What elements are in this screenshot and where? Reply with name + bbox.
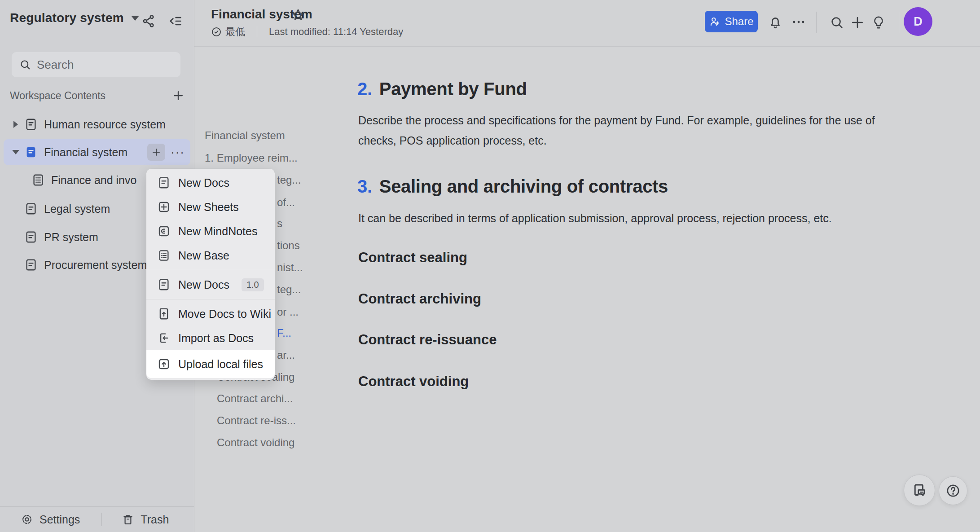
new-docs-legacy-icon xyxy=(157,278,171,291)
sidebar-item-financial-system[interactable]: Financial system ··· xyxy=(4,139,190,165)
search-input[interactable] xyxy=(37,58,167,72)
menu-item-label: New MindNotes xyxy=(178,225,257,238)
person-add-icon xyxy=(709,16,721,27)
menu-item-new-docs-legacy[interactable]: New Docs 1.0 xyxy=(146,273,275,297)
heading-number: 3. xyxy=(357,176,372,197)
add-child-plus-button[interactable] xyxy=(147,144,165,161)
outline-item[interactable]: Financial system xyxy=(205,129,285,142)
more-options-button[interactable]: ··· xyxy=(171,145,185,159)
section-label: Workspace Contents xyxy=(10,90,105,102)
menu-item-upload-local-files[interactable]: Upload local files xyxy=(146,350,275,378)
last-modified: Last modified: 11:14 Yesterday xyxy=(269,26,403,38)
doc-subheading: Contract voiding xyxy=(358,374,469,390)
create-plus-icon[interactable] xyxy=(850,15,865,30)
share-nodes-icon[interactable] xyxy=(141,13,156,29)
menu-separator xyxy=(146,270,275,270)
workspace-title: Regulatory system xyxy=(10,11,124,25)
share-label: Share xyxy=(725,15,753,28)
collapse-sidebar-icon[interactable] xyxy=(168,13,183,29)
outline-item[interactable]: nist... xyxy=(277,261,303,274)
create-context-menu: New Docs New Sheets New MindNotes New Ba… xyxy=(146,169,275,380)
menu-item-new-docs[interactable]: New Docs xyxy=(146,171,275,195)
lightbulb-icon[interactable] xyxy=(871,15,886,30)
notifications-bell-icon[interactable] xyxy=(768,15,783,30)
sidebar-item-label: Finance and invo xyxy=(51,174,136,187)
outline-item[interactable]: tions xyxy=(277,239,300,252)
menu-item-import-as-docs[interactable]: Import as Docs xyxy=(146,326,275,350)
new-sheets-icon xyxy=(157,200,171,214)
settings-label: Settings xyxy=(40,513,80,526)
avatar[interactable]: D xyxy=(904,7,932,36)
chevron-down-icon xyxy=(131,16,139,21)
outline-item[interactable]: or ... xyxy=(277,305,299,319)
doc-paragraph: Describe the process and specifications … xyxy=(358,110,892,151)
new-base-icon xyxy=(157,249,171,262)
menu-item-new-base[interactable]: New Base xyxy=(146,243,275,268)
sidebar-item-label: Financial system xyxy=(44,146,127,159)
doc-icon xyxy=(24,118,38,131)
outline-item[interactable]: teg... xyxy=(277,173,301,187)
menu-item-label: New Docs xyxy=(178,278,229,291)
outline-item[interactable]: 1. Employee reim... xyxy=(205,151,298,165)
chevron-down-icon[interactable] xyxy=(10,150,22,154)
outline-item[interactable]: s xyxy=(277,217,282,230)
sidebar-search[interactable] xyxy=(12,52,180,77)
outline-item[interactable]: Contract voiding xyxy=(217,436,294,449)
trash-icon xyxy=(122,513,134,526)
doc-icon-blue xyxy=(24,145,38,159)
doc-icon xyxy=(24,202,38,215)
more-ellipsis-icon[interactable] xyxy=(791,18,806,33)
question-circle-icon xyxy=(945,483,961,498)
trash-label: Trash xyxy=(141,513,169,526)
security-check-icon xyxy=(211,26,222,37)
divider xyxy=(816,12,817,33)
new-docs-icon xyxy=(157,176,171,189)
divider xyxy=(101,513,102,526)
trash-button[interactable]: Trash xyxy=(122,513,169,526)
outline-item[interactable]: of... xyxy=(277,196,295,209)
security-badge[interactable]: 最低 xyxy=(225,25,245,39)
menu-item-new-sheets[interactable]: New Sheets xyxy=(146,195,275,219)
settings-button[interactable]: Settings xyxy=(21,513,80,526)
comments-feedback-button[interactable] xyxy=(904,475,935,506)
sidebar-item-label: Procurement system xyxy=(44,259,147,272)
doc-subheading: Contract archiving xyxy=(358,291,481,307)
doc-heading-3: 3. Sealing and archiving of contracts xyxy=(357,176,668,197)
gear-icon xyxy=(21,513,33,526)
menu-item-label: Upload local files xyxy=(178,358,263,371)
outline-item-active[interactable]: F... xyxy=(277,326,291,340)
doc-subheading: Contract sealing xyxy=(358,250,467,266)
sidebar-item-label: Legal system xyxy=(44,202,110,215)
add-item-plus-icon[interactable] xyxy=(171,89,185,102)
star-icon[interactable] xyxy=(291,8,305,22)
search-icon[interactable] xyxy=(829,15,844,30)
help-button[interactable] xyxy=(939,476,967,505)
share-button[interactable]: Share xyxy=(705,11,758,32)
heading-text: Sealing and archiving of contracts xyxy=(379,176,668,197)
heading-text: Payment by Fund xyxy=(379,79,527,99)
doc-meta: 最低 Last modified: 11:14 Yesterday xyxy=(211,25,403,39)
menu-item-label: Move Docs to Wiki xyxy=(178,308,271,321)
heading-number: 2. xyxy=(357,79,372,99)
menu-item-label: Import as Docs xyxy=(178,332,254,345)
outline-item[interactable]: ar... xyxy=(277,348,295,362)
outline-item[interactable]: Contract archi... xyxy=(217,392,293,405)
menu-item-move-docs-to-wiki[interactable]: Move Docs to Wiki xyxy=(146,302,275,326)
menu-item-new-mindnotes[interactable]: New MindNotes xyxy=(146,219,275,243)
doc-icon xyxy=(24,258,38,272)
divider xyxy=(899,12,899,33)
base-grid-icon xyxy=(31,173,45,187)
chevron-right-icon[interactable] xyxy=(10,121,22,128)
topbar: Financial system 最低 Last modified: 11:14… xyxy=(194,0,980,47)
sidebar-item-human-resource-system[interactable]: Human resource system xyxy=(4,111,190,137)
sidebar-item-label: Human resource system xyxy=(44,118,166,131)
import-docs-icon xyxy=(157,331,171,345)
menu-item-label: New Base xyxy=(178,249,229,262)
workspace-switcher[interactable]: Regulatory system xyxy=(10,11,139,25)
doc-comment-icon xyxy=(911,482,927,498)
outline-item[interactable]: Contract re-iss... xyxy=(217,414,296,427)
sidebar-footer: Settings Trash xyxy=(0,506,194,532)
move-docs-icon xyxy=(157,307,171,321)
outline-item[interactable]: teg... xyxy=(277,283,301,296)
doc-subheading: Contract re-issuance xyxy=(358,332,497,348)
